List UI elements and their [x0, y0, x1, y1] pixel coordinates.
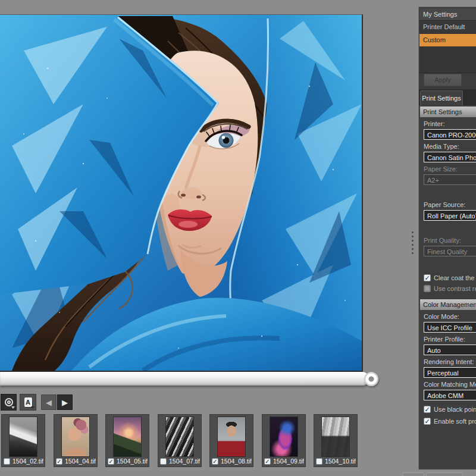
thumbnail-tile[interactable]: ✓ 1504_08.tif — [209, 414, 253, 467]
paper-source-label: Paper Source: — [424, 201, 476, 208]
roll-paper-bar — [0, 372, 369, 386]
printer-field: Printer: Canon PRO-2000 — [424, 120, 476, 140]
thumbnail-filename: 1504_05.tif — [117, 458, 148, 465]
contrast-reproduction-checkbox: Use contrast reproduction — [424, 285, 476, 292]
thumbnail-checkbox[interactable]: ✓ — [264, 458, 271, 465]
soft-proofing-checkbox[interactable]: ✓ Enable soft proofing — [424, 418, 476, 425]
printer-select[interactable]: Canon PRO-2000 — [424, 129, 476, 140]
color-matching-method-label: Color Matching Method: — [424, 381, 476, 388]
black-point-checkbox[interactable]: ✓ Use black point compensation — [424, 406, 476, 413]
dropdown-caret-icon — [31, 406, 35, 409]
next-image-button[interactable]: ▶ — [57, 394, 73, 410]
thumbnail-filename: 1504_08.tif — [221, 458, 252, 465]
checkbox-icon: ✓ — [424, 418, 431, 425]
preset-custom[interactable]: Custom — [419, 34, 476, 47]
thumbnail-filename: 1504_04.tif — [65, 458, 96, 465]
previous-image-button[interactable]: ◀ — [41, 394, 57, 410]
paper-size-select: A2+ — [424, 174, 476, 185]
preset-printer-default[interactable]: Printer Default — [419, 21, 476, 34]
cutoff-button-left[interactable] — [402, 472, 424, 476]
thumbnail-image — [270, 417, 298, 456]
paper-size-field: Paper Size: A2+ — [424, 165, 476, 185]
concentric-circles-icon — [5, 398, 13, 406]
contrast-reproduction-label: Use contrast reproduction — [434, 285, 476, 292]
rendering-intent-field: Rendering Intent: Perceptual — [424, 358, 476, 378]
apply-button[interactable]: Apply — [424, 74, 462, 86]
black-point-label: Use black point compensation — [434, 406, 476, 413]
letter-a-icon: A — [24, 397, 32, 407]
thumbnail-image — [114, 417, 141, 456]
thumbnail-tile[interactable]: ✓ 1504_04.tif — [54, 414, 98, 467]
checkbox-icon — [424, 285, 431, 292]
color-mode-label: Color Mode: — [424, 313, 476, 320]
text-tool-button[interactable]: A — [20, 394, 36, 411]
settings-panel: My Settings Printer Default Custom Apply… — [418, 7, 476, 469]
arrow-left-icon: ◀ — [46, 399, 52, 406]
color-management-section-header: Color Management — [420, 299, 476, 310]
tab-strip: Print Settings — [419, 89, 476, 105]
thumbnail-image — [166, 417, 193, 456]
printer-profile-select[interactable]: Auto — [424, 345, 476, 355]
arrow-right-icon: ▶ — [62, 399, 68, 406]
media-type-select[interactable]: Canon Satin Photo Paper — [424, 152, 476, 162]
paper-source-select[interactable]: Roll Paper (Auto) — [424, 210, 476, 221]
thumbnail-filename: 1504_07.tif — [169, 458, 200, 465]
thumbnail-checkbox[interactable]: ✓ — [212, 458, 218, 465]
roll-paper-ring — [364, 372, 378, 386]
print-preview-image — [0, 14, 363, 372]
thumbnail-checkbox[interactable] — [316, 458, 322, 465]
presets-list: My Settings Printer Default Custom — [419, 8, 476, 73]
color-mode-select[interactable]: Use ICC Profile — [424, 322, 476, 333]
checkbox-icon: ✓ — [424, 274, 431, 281]
printer-profile-label: Printer Profile: — [424, 336, 476, 343]
printer-profile-field: Printer Profile: Auto — [424, 336, 476, 355]
clear-coat-label: Clear coat the entire page — [434, 274, 476, 281]
thumbnail-checkbox[interactable] — [4, 458, 10, 465]
thumbnail-tile[interactable]: 1504_07.tif — [158, 414, 202, 467]
thumbnail-tile[interactable]: 1504_10.tif — [314, 414, 358, 467]
media-type-field: Media Type: Canon Satin Photo Paper — [424, 143, 476, 162]
panel-splitter-handle[interactable] — [412, 231, 415, 258]
clear-coat-checkbox[interactable]: ✓ Clear coat the entire page — [424, 274, 476, 281]
thumbnail-image — [10, 417, 37, 456]
thumbnail-checkbox[interactable]: ✓ — [56, 458, 62, 465]
preview-photo — [0, 15, 362, 371]
rendering-intent-label: Rendering Intent: — [424, 358, 476, 365]
thumbnail-tile[interactable]: ✓ 1504_09.tif — [262, 414, 306, 467]
media-type-label: Media Type: — [424, 143, 476, 150]
thumbnail-image — [322, 417, 349, 456]
color-mode-field: Color Mode: Use ICC Profile — [424, 313, 476, 333]
my-settings-header: My Settings — [419, 8, 476, 21]
print-quality-field: Print Quality: Finest Quality — [424, 237, 476, 256]
paper-source-field: Paper Source: Roll Paper (Auto) — [424, 201, 476, 221]
thumbnail-checkbox[interactable] — [160, 458, 167, 465]
rendering-intent-select[interactable]: Perceptual — [424, 367, 476, 378]
thumbnail-tile[interactable]: ✓ 1504_05.tif — [105, 414, 149, 467]
thumbnail-checkbox[interactable]: ✓ — [108, 458, 114, 465]
thumbnail-image — [218, 417, 245, 456]
dropdown-caret-icon — [11, 406, 15, 409]
print-quality-label: Print Quality: — [424, 237, 476, 244]
color-matching-method-field: Color Matching Method: Adobe CMM — [424, 381, 476, 400]
print-quality-select: Finest Quality — [424, 246, 476, 256]
checkbox-icon: ✓ — [424, 406, 431, 413]
paper-size-label: Paper Size: — [424, 165, 476, 173]
print-settings-section-header: Print Settings — [420, 107, 476, 117]
thumbnail-filename: 1504_02.tif — [12, 458, 43, 465]
color-matching-method-select[interactable]: Adobe CMM — [424, 390, 476, 400]
tab-print-settings[interactable]: Print Settings — [420, 90, 463, 105]
thumbnail-image — [62, 417, 89, 456]
cutoff-button-right[interactable] — [426, 472, 463, 476]
pattern-print-tool-button[interactable] — [1, 394, 17, 411]
print-settings-pane: Print Settings Printer: Canon PRO-2000 M… — [419, 105, 476, 469]
thumbnail-filename: 1504_09.tif — [273, 458, 304, 465]
thumbnail-filename: 1504_10.tif — [325, 458, 356, 465]
thumbnail-tile[interactable]: 1504_02.tif — [1, 414, 45, 467]
printer-label: Printer: — [424, 120, 476, 127]
soft-proofing-label: Enable soft proofing — [434, 418, 476, 425]
